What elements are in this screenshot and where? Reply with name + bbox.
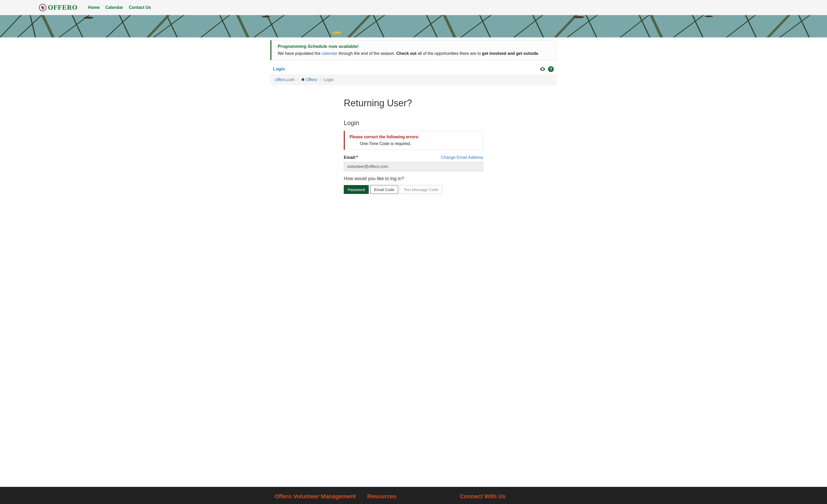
brand-name: OFFERO bbox=[48, 4, 78, 11]
svg-point-3 bbox=[574, 16, 584, 18]
error-title: Please correct the following errors: bbox=[349, 135, 478, 139]
footer-heading-2: Resources bbox=[367, 493, 460, 500]
svg-point-2 bbox=[262, 16, 270, 17]
nav-calendar[interactable]: Calendar bbox=[105, 5, 123, 10]
breadcrumb-home-wrap[interactable]: Offero bbox=[301, 77, 317, 82]
help-icon[interactable]: ? bbox=[548, 66, 554, 72]
top-nav: OFFERO Home Calendar Contact Us bbox=[0, 0, 827, 15]
svg-text:?: ? bbox=[549, 67, 552, 71]
page-title-link[interactable]: Login bbox=[273, 66, 285, 72]
error-item: One-Time Code is required. bbox=[360, 142, 478, 146]
footer-heading-1: Offero Volunteer Management bbox=[275, 493, 367, 500]
footer-heading-3: Connect With Us bbox=[460, 493, 552, 500]
email-field bbox=[344, 162, 483, 171]
announcement-body: We have populated the calendar through t… bbox=[278, 51, 550, 56]
email-code-button[interactable]: Email Code bbox=[370, 185, 398, 194]
text-message-code-button[interactable]: Text Message Code bbox=[400, 185, 442, 194]
head-icons: ? bbox=[539, 66, 554, 72]
footer-col-3: Connect With Us bbox=[460, 493, 552, 502]
footer-col-1: Offero Volunteer Management bbox=[275, 493, 367, 502]
announcement-title: Programming Schedule now available! bbox=[278, 44, 550, 49]
divider bbox=[344, 113, 483, 114]
hero-banner bbox=[0, 15, 827, 38]
svg-point-1 bbox=[84, 17, 93, 19]
announcement-text-2: through the end of the season. bbox=[338, 51, 396, 56]
footer: Offero Volunteer Management Resources Co… bbox=[0, 487, 827, 504]
change-email-link[interactable]: Change Email Address bbox=[441, 155, 483, 160]
home-icon bbox=[301, 78, 305, 81]
compass-icon bbox=[39, 4, 46, 11]
nav-links: Home Calendar Contact Us bbox=[88, 5, 151, 10]
announcement-bold-2: get involved and get outside bbox=[482, 51, 538, 56]
email-row-head: Email:* Change Email Address bbox=[344, 155, 483, 160]
login-block: Returning User? Login Please correct the… bbox=[344, 98, 483, 194]
login-subhead: Login bbox=[344, 119, 483, 126]
breadcrumb-sep-2: / bbox=[320, 77, 321, 82]
page-head: Login ? bbox=[271, 66, 556, 72]
login-method-row: Password Email Code Text Message Code bbox=[344, 185, 483, 194]
breadcrumb: offero.com / Offero / Login bbox=[271, 74, 556, 85]
email-label: Email:* bbox=[344, 155, 358, 160]
login-prompt: How would you like to log in? bbox=[344, 176, 483, 181]
svg-point-4 bbox=[705, 16, 713, 17]
breadcrumb-home[interactable]: Offero bbox=[306, 77, 317, 82]
nav-contact[interactable]: Contact Us bbox=[129, 5, 151, 10]
breadcrumb-current: Login bbox=[324, 77, 334, 82]
footer-col-2: Resources bbox=[367, 493, 460, 502]
announcement-calendar-link[interactable]: calendar bbox=[322, 51, 338, 56]
nav-home[interactable]: Home bbox=[88, 5, 99, 10]
svg-point-6 bbox=[542, 69, 543, 70]
svg-point-5 bbox=[332, 32, 341, 34]
svg-rect-0 bbox=[0, 15, 827, 38]
announcement-text-3: all of the opportunities there are to bbox=[417, 51, 482, 56]
breadcrumb-sep-1: / bbox=[297, 77, 298, 82]
brand-logo[interactable]: OFFERO bbox=[39, 4, 78, 11]
announcement-bold-1: Check out bbox=[396, 51, 417, 56]
breadcrumb-site[interactable]: offero.com bbox=[275, 77, 295, 82]
announcement-text: We have populated the bbox=[278, 51, 322, 56]
login-heading: Returning User? bbox=[344, 98, 483, 109]
announcement-panel: Programming Schedule now available! We h… bbox=[271, 40, 556, 60]
error-list: One-Time Code is required. bbox=[349, 142, 478, 146]
announcement-text-4: . bbox=[538, 51, 539, 56]
password-button[interactable]: Password bbox=[344, 185, 369, 194]
error-panel: Please correct the following errors: One… bbox=[344, 131, 483, 150]
eye-icon[interactable] bbox=[539, 66, 546, 72]
